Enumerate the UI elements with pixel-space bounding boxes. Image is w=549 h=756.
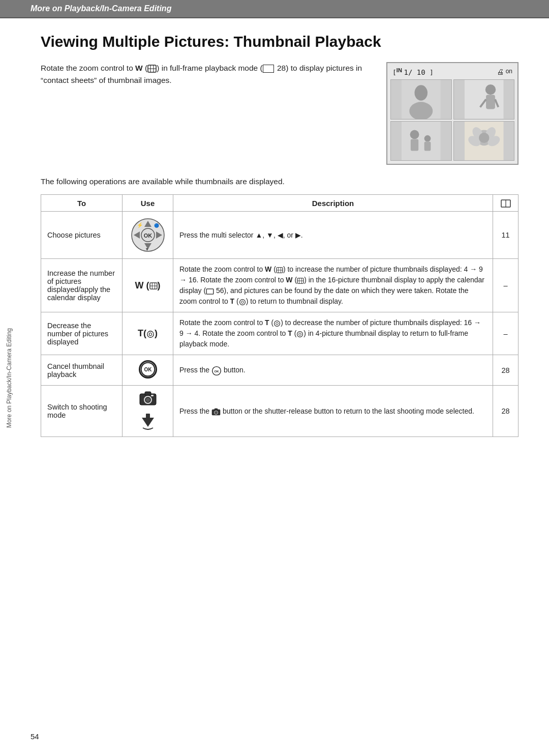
side-label-container: More on Playback/In-Camera Editing — [0, 0, 18, 756]
page-wrapper: More on Playback/In-Camera Editing Viewi… — [0, 0, 549, 756]
table-row-choose: Choose pictures — [41, 212, 518, 259]
table-row-cancel: Cancel thumbnail playback OK Press the O… — [41, 355, 518, 386]
page-number: 54 — [30, 732, 39, 741]
svg-rect-67 — [146, 414, 150, 420]
svg-rect-48 — [206, 289, 214, 294]
lcd-top-bar: [IN 1/ 10 ] 🖨 on — [390, 66, 514, 77]
print-icon: 🖨 — [497, 68, 504, 76]
to-choose-pictures: Choose pictures — [41, 212, 123, 259]
ok-button-icon: OK — [139, 360, 157, 379]
svg-rect-14 — [411, 139, 418, 151]
use-camera-shutter — [123, 386, 173, 437]
operations-table: To Use Description — [41, 194, 518, 437]
lcd-cell-4 — [453, 121, 515, 161]
camera-body-icon — [139, 391, 157, 408]
counter-value: 1/ 10 — [404, 68, 430, 76]
multi-selector-svg: OK ⚡ 🔵 ▼ — [130, 217, 166, 253]
intro-section: Rotate the zoom control to W () in full-… — [41, 62, 518, 165]
desc-increase: Rotate the zoom control to W () to incre… — [173, 259, 493, 312]
svg-point-8 — [485, 84, 495, 95]
svg-text:🔵: 🔵 — [154, 223, 159, 228]
page-increase: – — [493, 259, 518, 312]
svg-rect-7 — [465, 80, 504, 119]
svg-point-71 — [215, 412, 217, 414]
svg-point-56 — [299, 333, 301, 335]
svg-text:⚡: ⚡ — [137, 222, 143, 228]
svg-text:▼: ▼ — [145, 247, 149, 252]
svg-rect-9 — [486, 95, 495, 109]
following-text: The following operations are available w… — [41, 177, 518, 186]
to-decrease: Decrease the number of pictures displaye… — [41, 312, 123, 355]
svg-rect-69 — [215, 409, 218, 411]
svg-text:OK: OK — [214, 369, 219, 372]
main-content: Viewing Multiple Pictures: Thumbnail Pla… — [0, 18, 549, 457]
camera-inline-icon — [211, 408, 221, 416]
page-switch: 28 — [493, 386, 518, 437]
table-row-switch: Switch to shooting mode — [41, 386, 518, 437]
th-use: Use — [123, 195, 173, 212]
t-icon-svg — [146, 330, 155, 338]
w-label: W — [135, 64, 143, 72]
svg-point-49 — [239, 299, 245, 305]
svg-point-13 — [410, 130, 419, 139]
section-label: More on Playback/In-Camera Editing — [30, 4, 171, 13]
to-switch: Switch to shooting mode — [41, 386, 123, 437]
to-increase: Increase the number of pictures displaye… — [41, 259, 123, 312]
lcd-icons: 🖨 on — [497, 68, 512, 76]
on-label: on — [506, 68, 512, 76]
in-label: IN — [396, 67, 402, 73]
svg-point-52 — [149, 333, 151, 335]
svg-text:OK: OK — [144, 367, 152, 373]
svg-rect-16 — [424, 141, 431, 151]
use-w-button: W () — [123, 259, 173, 312]
intro-text: Rotate the zoom control to W () in full-… — [41, 62, 371, 86]
page-title: Viewing Multiple Pictures: Thumbnail Pla… — [41, 33, 518, 51]
top-header: More on Playback/In-Camera Editing — [0, 0, 549, 17]
table-row-increase: Increase the number of pictures displaye… — [41, 259, 518, 312]
shutter-release-icon — [139, 412, 157, 431]
lcd-counter-area: [IN 1/ 10 ] — [392, 67, 434, 76]
page-cancel: 28 — [493, 355, 518, 386]
desc-cancel: Press the OK button. — [173, 355, 493, 386]
th-to-label: To — [77, 199, 86, 208]
th-to: To — [41, 195, 123, 212]
svg-point-50 — [241, 301, 243, 303]
lcd-cell-3 — [390, 121, 452, 161]
use-ok-button: OK — [123, 355, 173, 386]
lcd-display: [IN 1/ 10 ] 🖨 on — [386, 62, 518, 165]
ok-inline-icon: OK — [211, 366, 222, 376]
th-use-label: Use — [141, 199, 155, 208]
lcd-cell-1 — [390, 79, 452, 120]
w-button-label: W () — [135, 280, 161, 290]
svg-point-54 — [276, 322, 279, 325]
use-t-button: T() — [123, 312, 173, 355]
w-icon-svg — [149, 282, 158, 289]
svg-point-55 — [297, 331, 303, 337]
page-decrease: – — [493, 312, 518, 355]
desc-decrease: Rotate the zoom control to T () to decre… — [173, 312, 493, 355]
page-choose-pictures: 11 — [493, 212, 518, 259]
t-button-label: T() — [138, 328, 158, 338]
to-cancel: Cancel thumbnail playback — [41, 355, 123, 386]
svg-point-23 — [479, 133, 489, 143]
th-desc-label: Description — [312, 199, 354, 208]
th-description: Description — [173, 195, 493, 212]
lcd-cell-2 — [453, 79, 515, 120]
table-row-decrease: Decrease the number of pictures displaye… — [41, 312, 518, 355]
ref-icon — [263, 65, 274, 73]
side-label: More on Playback/In-Camera Editing — [6, 328, 13, 428]
svg-rect-65 — [151, 395, 154, 396]
svg-rect-12 — [402, 122, 441, 161]
svg-rect-62 — [145, 392, 151, 395]
use-multi-selector: OK ⚡ 🔵 ▼ — [123, 212, 173, 259]
book-icon — [501, 199, 511, 208]
th-page — [493, 195, 518, 212]
use-icons-stack — [129, 391, 167, 431]
svg-point-53 — [274, 321, 280, 326]
svg-point-15 — [424, 135, 431, 142]
svg-text:OK: OK — [143, 232, 152, 239]
bracket-close: ] — [430, 69, 434, 76]
svg-point-64 — [146, 398, 150, 402]
lcd-thumbnail-grid — [390, 79, 514, 161]
desc-choose-pictures: Press the multi selector ▲, ▼, ◀, or ▶. — [173, 212, 493, 259]
